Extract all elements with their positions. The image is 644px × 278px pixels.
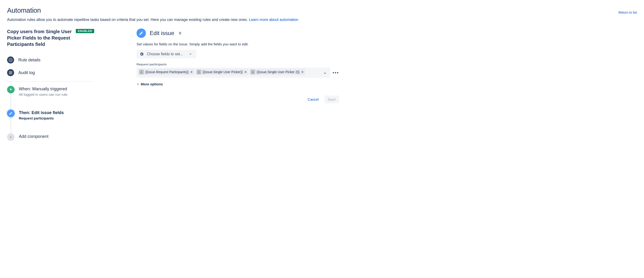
remove-chip-icon[interactable]: × xyxy=(244,70,247,74)
status-badge: ENABLED xyxy=(76,29,94,33)
pencil-icon xyxy=(7,110,14,117)
flow-step-title: Then: Edit issue fields xyxy=(19,110,94,115)
choose-fields-button[interactable]: Choose fields to set... xyxy=(136,50,196,58)
cancel-button[interactable]: Cancel xyxy=(304,95,322,103)
svg-point-10 xyxy=(198,71,199,72)
remove-chip-icon[interactable]: × xyxy=(301,70,304,74)
svg-point-9 xyxy=(141,71,142,72)
participant-chip: {{issue.Request Participants}}× xyxy=(138,69,194,75)
learn-more-link[interactable]: Learn more about automation xyxy=(249,18,298,22)
flow-step-title: Add component xyxy=(19,134,94,139)
divider xyxy=(7,81,94,82)
remove-chip-icon[interactable]: × xyxy=(190,70,193,74)
field-label-request-participants: Request participants xyxy=(136,62,339,66)
flow-step-trigger[interactable]: When: Manually triggered All logged in u… xyxy=(7,86,94,110)
participant-chip: {{issue.Single User Picker}}× xyxy=(196,69,248,75)
page-description-text: Automation rules allow you to automate r… xyxy=(7,18,249,22)
sidebar-item-audit-log[interactable]: Audit log xyxy=(7,66,94,79)
pencil-icon xyxy=(136,28,146,38)
more-options-toggle[interactable]: More options xyxy=(136,82,339,86)
list-icon xyxy=(7,69,14,76)
svg-point-2 xyxy=(10,59,10,59)
flow-step-subtitle: All logged in users can run rule. xyxy=(19,92,94,96)
gear-icon xyxy=(139,52,144,56)
plus-icon xyxy=(7,133,14,141)
svg-point-11 xyxy=(252,71,254,72)
save-button: Save xyxy=(324,95,339,103)
avatar-icon xyxy=(139,70,144,74)
flow-connector xyxy=(10,93,11,110)
chevron-down-icon[interactable] xyxy=(323,71,327,75)
page-title: Automation xyxy=(7,6,41,14)
chevron-down-icon xyxy=(189,52,192,56)
avatar-icon xyxy=(196,70,201,74)
page-description: Automation rules allow you to automate r… xyxy=(7,18,637,22)
choose-fields-label: Choose fields to set... xyxy=(147,52,183,56)
chip-label: {{issue.Request Participants}} xyxy=(145,70,188,74)
participant-chip: {{issue.Single User Picker 2}}× xyxy=(250,69,305,75)
cursor-icon xyxy=(7,86,14,93)
chip-label: {{issue.Single User Picker 2}} xyxy=(256,70,300,74)
chevron-right-icon xyxy=(136,83,139,86)
more-actions-icon[interactable]: ••• xyxy=(332,71,339,74)
flow-connector xyxy=(10,117,11,134)
flow-step-title: When: Manually triggered xyxy=(19,87,94,91)
panel-title: Edit issue xyxy=(150,30,174,36)
rule-name: Copy users from Single User Picker Field… xyxy=(7,28,73,47)
flow-step-action[interactable]: Then: Edit issue fields Request particip… xyxy=(7,110,94,133)
trash-icon[interactable] xyxy=(178,31,182,35)
sidebar-item-label: Rule details xyxy=(18,58,40,62)
return-to-list-link[interactable]: Return to list xyxy=(618,10,637,14)
request-participants-field[interactable]: {{issue.Request Participants}}×{{issue.S… xyxy=(136,67,330,78)
more-options-label: More options xyxy=(141,82,163,86)
panel-description: Set values for fields on the issue. Simp… xyxy=(136,42,339,46)
chip-label: {{issue.Single User Picker}} xyxy=(203,70,243,74)
sidebar-item-label: Audit log xyxy=(18,70,35,75)
flow-step-subtitle: Request participants xyxy=(19,116,94,120)
sidebar-item-rule-details[interactable]: Rule details xyxy=(7,54,94,66)
avatar-icon xyxy=(250,70,255,74)
info-icon xyxy=(7,56,14,63)
flow-step-add-component[interactable]: Add component xyxy=(7,133,94,141)
